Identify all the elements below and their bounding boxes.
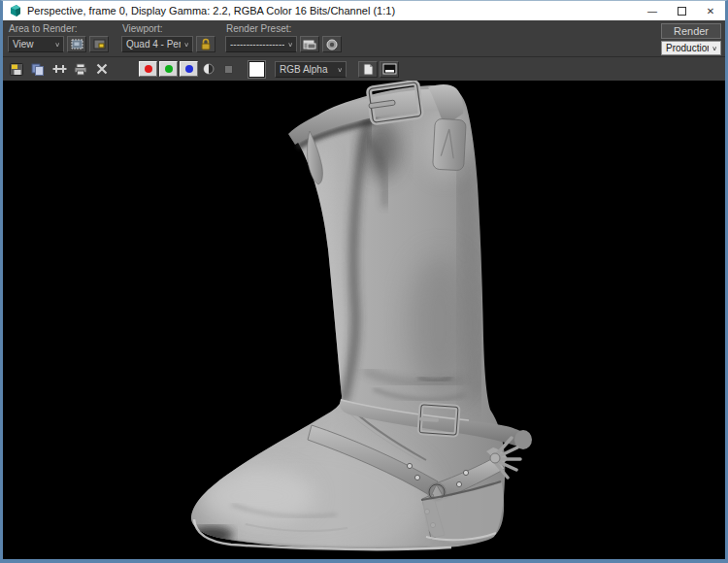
environment-icon [326,39,338,50]
title-bar[interactable]: Perspective, frame 0, Display Gamma: 2.2… [3,1,725,20]
auto-region-button[interactable] [89,36,109,52]
area-to-render-dropdown[interactable]: View ∨ [8,36,64,52]
render-mode-dropdown[interactable]: Production ∨ [661,41,721,55]
copy-icon [31,63,45,76]
print-image-button[interactable] [71,61,90,78]
save-icon [10,63,23,76]
red-channel-icon [145,65,152,73]
copy-image-button[interactable] [28,61,48,78]
chevron-down-icon: ∨ [337,65,343,72]
monochrome-icon [203,63,215,75]
alpha-channel-button[interactable] [219,61,237,78]
render-controls-toolbar: Area to Render: View ∨ [3,20,725,56]
render-button[interactable]: Render [661,23,721,39]
channel-display-dropdown[interactable]: RGB Alpha ∨ [275,61,347,78]
window-title: Perspective, frame 0, Display Gamma: 2.2… [27,5,638,17]
green-channel-button[interactable] [159,61,178,77]
x-cross-icon [96,63,108,75]
display-toggle-button[interactable] [380,61,399,78]
viewport-group: Viewport: Quad 4 - Perspec ∨ [121,22,215,52]
chevron-down-icon: ∨ [54,41,60,48]
viewport-lock-button[interactable] [196,36,215,52]
edit-region-button[interactable] [67,36,86,52]
double-plus-icon [52,63,67,75]
auto-region-icon [93,39,106,50]
render-preset-dropdown[interactable]: ------------------ ∨ [225,36,297,52]
layers-button[interactable] [358,61,378,78]
render-action-group: Render Production ∨ [661,23,721,55]
chevron-down-icon: ∨ [711,45,717,51]
green-channel-icon [165,65,173,73]
close-button[interactable]: ✕ [696,1,725,20]
maximize-button[interactable] [667,1,696,20]
image-toolbar: RGB Alpha ∨ [3,56,725,81]
alpha-channel-icon [224,65,233,74]
chevron-down-icon: ∨ [287,41,293,48]
save-image-button[interactable] [7,61,26,78]
blue-channel-icon [185,65,193,73]
area-to-render-label: Area to Render: [9,23,109,34]
3ds-max-app-icon [9,4,22,17]
printer-icon [74,63,87,76]
background-color-swatch[interactable] [248,61,265,78]
clone-window-button[interactable] [50,61,69,78]
red-channel-button[interactable] [139,61,157,77]
rendered-frame-window: Perspective, frame 0, Display Gamma: 2.2… [0,0,728,563]
edit-region-icon [71,39,83,50]
page-corner-icon [362,63,374,76]
render-setup-icon [303,39,316,50]
render-preset-label: Render Preset: [226,23,342,34]
lock-icon [200,38,212,50]
area-to-render-group: Area to Render: View ∨ [8,22,109,52]
screen-stripe-icon [382,63,397,75]
maximize-icon [678,7,686,16]
render-setup-button[interactable] [300,36,319,52]
environment-dialog-button[interactable] [322,36,342,52]
clear-image-button[interactable] [92,61,112,78]
rendered-boot-image [3,81,725,559]
rendered-frame-canvas[interactable] [3,81,725,559]
viewport-dropdown[interactable]: Quad 4 - Perspec ∨ [121,36,193,52]
blue-channel-button[interactable] [180,61,198,77]
monochrome-button[interactable] [200,61,217,78]
viewport-label: Viewport: [122,23,215,34]
render-preset-group: Render Preset: ------------------ ∨ [225,22,342,52]
chevron-down-icon: ∨ [183,41,189,48]
minimize-button[interactable]: — [638,1,667,20]
